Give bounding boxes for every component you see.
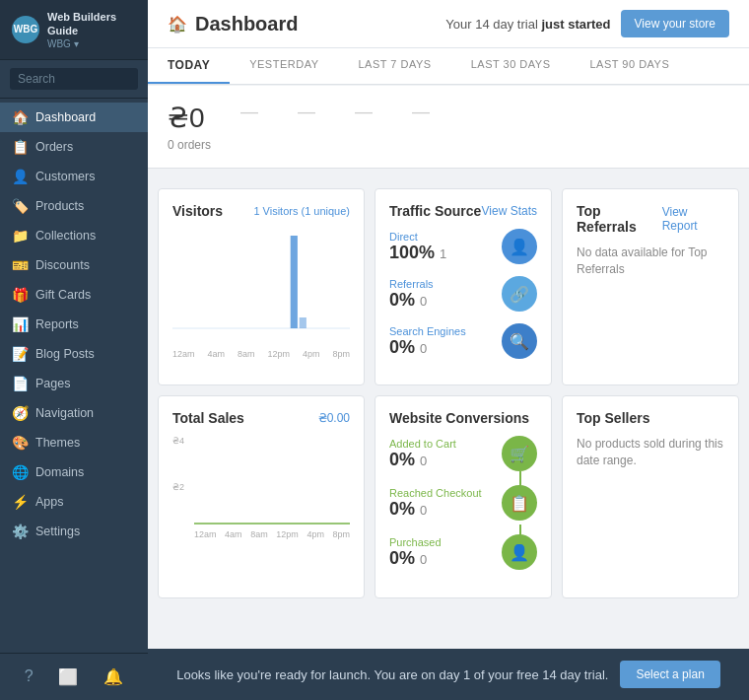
orders-icon: 📋 — [12, 139, 28, 155]
settings-icon: ⚙️ — [12, 524, 28, 539]
sidebar-item-discounts[interactable]: 🎫Discounts — [0, 250, 148, 280]
content-area: TODAYYESTERDAYLAST 7 DAYSLAST 30 DAYSLAS… — [148, 48, 749, 649]
sidebar-item-label: Settings — [35, 525, 80, 538]
traffic-referrals-icon: 🔗 — [502, 276, 537, 312]
store-icon[interactable]: ⬜ — [58, 667, 78, 686]
sidebar-item-pages[interactable]: 📄Pages — [0, 369, 148, 398]
traffic-direct-value: 100% 1 — [389, 243, 446, 263]
total-sales-card: Total Sales ₴0.00 ₴4 ₴2 — [158, 395, 365, 598]
conv-checkout: Reached Checkout 0% 0 📋 — [389, 485, 537, 521]
conv-purchased-value: 0% 0 — [389, 548, 442, 569]
dash-values: — — — — — [240, 102, 430, 122]
customers-icon: 👤 — [12, 169, 28, 184]
conv-added-value: 0% 0 — [389, 450, 456, 470]
sales-chart-inner: 12am 4am 8am 12pm 4pm 8pm — [194, 436, 350, 539]
sidebar-item-reports[interactable]: 📊Reports — [0, 310, 148, 339]
sales-title: Total Sales — [172, 410, 244, 426]
dash-3: — — [355, 102, 373, 122]
sidebar-item-label: Apps — [35, 495, 64, 509]
sidebar-item-navigation[interactable]: 🧭Navigation — [0, 398, 148, 428]
sidebar-item-themes[interactable]: 🎨Themes — [0, 428, 148, 457]
visitors-subtitle[interactable]: 1 Visitors (1 unique) — [253, 205, 350, 217]
sidebar-item-collections[interactable]: 📁Collections — [0, 221, 148, 250]
pages-icon: 📄 — [12, 376, 28, 391]
tab-today[interactable]: TODAY — [148, 48, 230, 84]
conversions-card-header: Website Conversions — [389, 410, 537, 426]
sidebar-item-orders[interactable]: 📋Orders — [0, 132, 148, 162]
main-content: 🏠 Dashboard Your 14 day trial just start… — [148, 0, 749, 700]
traffic-search: Search Engines 0% 0 🔍 — [389, 323, 537, 359]
traffic-referrals: Referrals 0% 0 🔗 — [389, 276, 537, 312]
tab-last-7-days[interactable]: LAST 7 DAYS — [339, 48, 451, 84]
referrals-card: Top Referrals View Report No data availa… — [562, 188, 739, 385]
traffic-search-icon: 🔍 — [502, 323, 537, 359]
conv-added-to-cart: Added to Cart 0% 0 🛒 — [389, 436, 537, 471]
referrals-link[interactable]: View Report — [662, 205, 724, 233]
sidebar-nav: 🏠Dashboard📋Orders👤Customers🏷️Products📁Co… — [0, 99, 148, 653]
tab-last-30-days[interactable]: LAST 30 DAYS — [451, 48, 571, 84]
traffic-direct-info: Direct 100% 1 — [389, 231, 446, 263]
traffic-referrals-value: 0% 0 — [389, 290, 434, 311]
traffic-link[interactable]: View Stats — [482, 204, 537, 218]
orders-panel: ₴0 0 orders — — — — — [148, 86, 749, 169]
domains-icon: 🌐 — [12, 464, 28, 480]
referrals-title: Top Referrals — [577, 203, 662, 235]
search-input[interactable] — [10, 68, 138, 90]
referrals-no-data: No data available for Top Referrals — [577, 245, 724, 278]
orders-label: 0 orders — [168, 138, 211, 152]
dash-1: — — [240, 102, 258, 122]
sidebar-item-apps[interactable]: ⚡Apps — [0, 487, 148, 517]
conversions-title: Website Conversions — [389, 410, 529, 426]
date-tabs: TODAYYESTERDAYLAST 7 DAYSLAST 30 DAYSLAS… — [148, 48, 749, 85]
dash-2: — — [298, 102, 315, 122]
sales-chart-labels: 12am 4am 8am 12pm 4pm 8pm — [194, 529, 350, 539]
traffic-title: Traffic Source — [389, 203, 481, 219]
conv-checkout-icon: 📋 — [502, 485, 537, 521]
banner-text: Looks like you're ready for launch. You … — [176, 667, 608, 682]
sidebar-item-label: Gift Cards — [35, 288, 91, 302]
referrals-card-header: Top Referrals View Report — [577, 203, 724, 235]
sidebar-item-label: Customers — [35, 170, 95, 183]
select-plan-button[interactable]: Select a plan — [620, 661, 719, 688]
visitors-chart-svg — [172, 231, 350, 329]
visitors-chart — [172, 229, 350, 347]
sidebar-item-gift-cards[interactable]: 🎁Gift Cards — [0, 280, 148, 310]
sidebar-item-customers[interactable]: 👤Customers — [0, 162, 148, 191]
page-title-area: 🏠 Dashboard — [168, 13, 298, 35]
row-2: Total Sales ₴0.00 ₴4 ₴2 — [158, 395, 739, 598]
chart-labels: 12am 4am 8am 12pm 4pm 8pm — [172, 349, 350, 359]
row-1: Visitors 1 Visitors (1 unique) 12am — [158, 188, 739, 385]
sidebar-item-label: Products — [35, 199, 84, 213]
visitors-card: Visitors 1 Visitors (1 unique) 12am — [158, 188, 365, 385]
conv-added-info: Added to Cart 0% 0 — [389, 438, 456, 470]
sidebar-item-blog-posts[interactable]: 📝Blog Posts — [0, 339, 148, 369]
conv-checkout-info: Reached Checkout 0% 0 — [389, 487, 482, 520]
dash-4: — — [412, 102, 430, 122]
conv-added-label: Added to Cart — [389, 438, 456, 450]
page-title: Dashboard — [195, 13, 298, 35]
conv-added-icon: 🛒 — [502, 436, 537, 471]
orders-row: ₴0 0 orders — — — — — [168, 102, 729, 152]
visitors-card-header: Visitors 1 Visitors (1 unique) — [172, 203, 350, 219]
orders-amount: ₴0 — [168, 102, 211, 134]
sidebar-item-label: Dashboard — [35, 110, 96, 124]
help-icon[interactable]: ? — [25, 667, 34, 686]
sidebar-item-label: Blog Posts — [35, 347, 95, 361]
traffic-search-value: 0% 0 — [389, 337, 466, 358]
sidebar-item-domains[interactable]: 🌐Domains — [0, 457, 148, 487]
tab-yesterday[interactable]: YESTERDAY — [230, 48, 338, 84]
navigation-icon: 🧭 — [12, 405, 28, 421]
sidebar-item-label: Domains — [35, 465, 84, 479]
sidebar-item-label: Orders — [35, 140, 73, 154]
conv-purchased: Purchased 0% 0 👤 — [389, 534, 537, 570]
tab-last-90-days[interactable]: LAST 90 DAYS — [571, 48, 690, 84]
view-store-button[interactable]: View your store — [621, 10, 729, 37]
sidebar-item-products[interactable]: 🏷️Products — [0, 191, 148, 221]
sidebar-item-dashboard[interactable]: 🏠Dashboard — [0, 103, 148, 132]
bottom-banner: Looks like you're ready for launch. You … — [148, 649, 749, 700]
traffic-card-header: Traffic Source View Stats — [389, 203, 537, 219]
conv-purchased-icon: 👤 — [502, 534, 537, 570]
sales-amount: ₴0.00 — [318, 411, 350, 425]
sidebar-item-settings[interactable]: ⚙️Settings — [0, 517, 148, 546]
notifications-icon[interactable]: 🔔 — [103, 667, 123, 686]
